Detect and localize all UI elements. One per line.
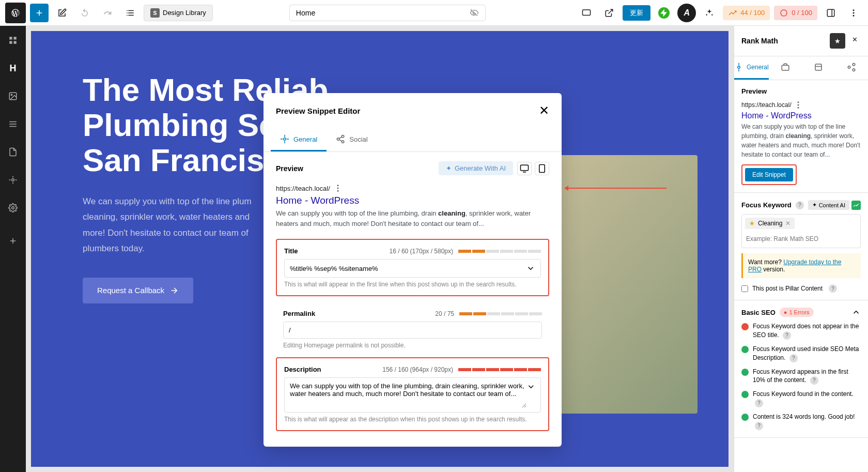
help-icon[interactable]: ?	[789, 354, 798, 362]
title-label: Title	[284, 247, 298, 255]
list-view-button[interactable]	[121, 4, 140, 22]
content-ai-badge[interactable]: ✦ Content AI	[808, 200, 849, 210]
hero-text[interactable]: We can supply you with top of the line p…	[83, 194, 269, 257]
sidebar-snippet-desc: We can supply you with top of the line p…	[741, 122, 861, 159]
description-input[interactable]	[284, 377, 541, 413]
seo-check-item: Focus Keyword appears in the first 10% o…	[741, 368, 861, 385]
edit-button[interactable]	[53, 4, 71, 22]
jetpack-button[interactable]	[655, 4, 673, 22]
svg-point-35	[797, 104, 799, 106]
page-title-input[interactable]: Home	[289, 5, 486, 21]
top-toolbar: SDesign Library Home 更新 A 44 / 100 0 / 1…	[0, 0, 868, 26]
snippet-preview: https://teach.local/ Home - WordPress We…	[276, 184, 549, 229]
svg-point-5	[853, 12, 855, 13]
astra-button[interactable]: A	[677, 4, 696, 22]
target-icon[interactable]	[4, 171, 22, 189]
menu-icon[interactable]	[4, 115, 22, 133]
svg-point-18	[342, 141, 345, 143]
sidebar-tab-social[interactable]	[835, 56, 868, 80]
permalink-field-group: Permalink 20 / 75 / Editing Homepage per…	[276, 302, 549, 351]
undo-button[interactable]	[75, 4, 94, 22]
check-ok-icon	[741, 414, 749, 421]
svg-point-25	[337, 188, 338, 189]
svg-rect-7	[9, 37, 12, 39]
left-sidebar: H	[0, 26, 26, 472]
device-preview-button[interactable]	[577, 4, 596, 22]
more-vertical-icon[interactable]	[333, 184, 343, 193]
svg-point-32	[848, 66, 850, 69]
image-icon[interactable]	[4, 87, 22, 105]
snippet-description-preview: We can supply you with top of the line p…	[276, 208, 549, 229]
permalink-hint: Editing Homepage permalink is not possib…	[283, 342, 542, 349]
seo-score-badge[interactable]: 44 / 100	[723, 6, 770, 20]
svg-point-15	[284, 138, 286, 141]
blocks-icon[interactable]	[4, 31, 22, 50]
tab-social[interactable]: Social	[327, 128, 377, 151]
seo-check-item: Focus Keyword does not appear in the SEO…	[741, 322, 861, 340]
help-icon[interactable]: ?	[783, 331, 791, 340]
upgrade-notice: Want more? Upgrade today to the PRO vers…	[741, 253, 861, 278]
help-icon[interactable]: ?	[810, 376, 818, 385]
edit-snippet-button[interactable]: Edit Snippet	[745, 168, 793, 181]
sidebar-tab-schema[interactable]	[802, 56, 835, 80]
svg-rect-29	[815, 64, 822, 70]
chevron-down-icon[interactable]	[526, 382, 535, 391]
modal-title: Preview Snippet Editor	[276, 106, 360, 115]
help-icon[interactable]: ?	[755, 399, 763, 407]
permalink-input[interactable]: /	[283, 322, 542, 339]
add-block-button[interactable]	[30, 4, 49, 22]
design-library-button[interactable]: SDesign Library	[144, 5, 213, 21]
settings-icon[interactable]	[4, 199, 22, 217]
pillar-checkbox[interactable]	[741, 285, 748, 292]
modal-close-button[interactable]: ✕	[539, 103, 549, 118]
external-link-button[interactable]	[600, 4, 618, 22]
svg-rect-0	[583, 10, 591, 16]
help-icon[interactable]: ?	[796, 201, 804, 209]
keyword-tag[interactable]: ★Cleaning ✕	[745, 218, 795, 229]
update-button[interactable]: 更新	[623, 5, 650, 21]
rank-math-sidebar: Rank Math ★ ✕ General Preview https://te…	[734, 26, 868, 472]
snippet-editor-modal: Preview Snippet Editor ✕ General Social …	[264, 93, 562, 447]
help-icon[interactable]: ?	[755, 422, 763, 430]
sidebar-snippet-title: Home - WordPress	[741, 111, 861, 120]
page-icon[interactable]	[4, 143, 22, 161]
redo-button[interactable]	[98, 4, 117, 22]
svg-point-26	[337, 190, 338, 192]
svg-rect-21	[521, 165, 529, 171]
sparkle-button[interactable]	[700, 4, 719, 22]
add-icon[interactable]	[4, 232, 22, 250]
mobile-preview-button[interactable]	[535, 162, 549, 175]
heading-icon[interactable]: H	[4, 59, 22, 78]
check-ok-icon	[741, 391, 749, 398]
svg-point-12	[11, 94, 12, 95]
sidebar-toggle-button[interactable]	[822, 4, 840, 22]
title-input[interactable]: %title% %sep% %sitename%	[284, 259, 541, 278]
svg-point-34	[797, 101, 799, 103]
remove-keyword-icon[interactable]: ✕	[785, 220, 791, 227]
wordpress-logo[interactable]	[5, 3, 26, 23]
svg-rect-23	[539, 164, 545, 172]
desktop-preview-button[interactable]	[517, 162, 532, 175]
svg-line-19	[339, 140, 342, 141]
svg-line-20	[339, 137, 342, 139]
more-vertical-icon[interactable]	[794, 100, 803, 110]
chevron-up-icon	[851, 308, 861, 317]
svg-point-31	[853, 64, 855, 66]
help-icon[interactable]: ?	[829, 284, 837, 293]
star-button[interactable]: ★	[830, 33, 845, 49]
sidebar-preview-label: Preview	[741, 87, 861, 95]
chevron-down-icon[interactable]	[526, 264, 535, 273]
more-options-button[interactable]	[844, 4, 863, 22]
title-field-group: Title 16 / 60 (170px / 580px) %title% %s…	[276, 239, 549, 296]
cta-button[interactable]: Request a Callback	[83, 278, 193, 303]
svg-rect-10	[14, 41, 17, 44]
close-sidebar-button[interactable]: ✕	[848, 33, 861, 45]
tab-general[interactable]: General	[271, 128, 327, 151]
sidebar-tab-general[interactable]: General	[734, 56, 769, 80]
readability-score-badge[interactable]: 0 / 100	[774, 6, 817, 20]
basic-seo-toggle[interactable]: Basic SEO● 1 Errors	[741, 308, 861, 317]
svg-point-27	[738, 66, 740, 69]
sidebar-tab-advanced[interactable]	[769, 56, 802, 80]
generate-ai-button[interactable]: ✦ Generate With AI	[439, 161, 513, 175]
keyword-input[interactable]	[745, 233, 857, 245]
